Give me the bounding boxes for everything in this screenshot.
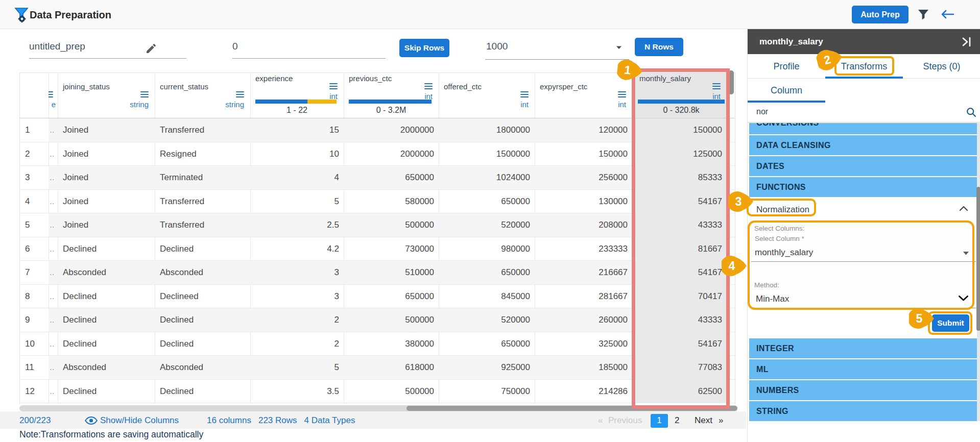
table-cell[interactable]: 3: [20, 166, 49, 190]
table-cell[interactable]: 325000: [535, 332, 632, 356]
table-cell[interactable]: 1024000: [439, 166, 535, 190]
table-cell[interactable]: 120000: [535, 118, 632, 142]
auto-prep-button[interactable]: Auto Prep: [852, 6, 909, 23]
table-cell[interactable]: 1500000: [439, 142, 535, 166]
column-header-offered_ctc[interactable]: offered_ctcint: [439, 73, 535, 118]
table-cell[interactable]: 11: [20, 356, 49, 380]
table-cell[interactable]: Declined: [58, 237, 155, 261]
table-cell[interactable]: 3: [250, 285, 344, 309]
table-horizontal-scrollbar-track[interactable]: [19, 405, 737, 411]
table-cell[interactable]: Declined: [155, 237, 250, 261]
table-cell[interactable]: Absconded: [155, 261, 250, 285]
eye-icon[interactable]: [85, 416, 98, 425]
table-cell[interactable]: 3: [250, 261, 344, 285]
skip-rows-input[interactable]: [232, 41, 386, 59]
pagination-previous[interactable]: Previous: [608, 415, 642, 426]
collapse-chevron-icon[interactable]: [960, 206, 968, 211]
table-cell[interactable]: 5: [250, 190, 344, 214]
table-row[interactable]: 9..DeclinedDeclined250000052000026000043…: [20, 308, 735, 332]
transform-category-conversions[interactable]: CONVERSIONS: [749, 123, 977, 134]
table-cell[interactable]: 3.5: [250, 380, 344, 404]
transform-item-normalization[interactable]: Normalization: [748, 198, 980, 219]
table-cell[interactable]: 730000: [344, 237, 439, 261]
table-cell[interactable]: 2: [20, 142, 49, 166]
table-cell[interactable]: 500000: [344, 380, 439, 404]
table-cell[interactable]: 6: [20, 237, 49, 261]
table-cell[interactable]: 650000: [439, 190, 535, 214]
table-row[interactable]: 2..JoinedResigned10200000015000001500001…: [20, 142, 735, 166]
table-cell[interactable]: 2.5: [250, 213, 344, 237]
table-cell[interactable]: 9: [20, 308, 49, 332]
table-cell[interactable]: 2: [250, 332, 344, 356]
column-header-experience[interactable]: experienceint1 - 22: [250, 73, 344, 118]
table-cell[interactable]: Declined: [58, 380, 155, 404]
column-header-expyrsper_ctc[interactable]: expyrsper_ctcint: [535, 73, 632, 118]
table-row[interactable]: 1..JoinedTransferred15200000018000001200…: [20, 118, 735, 142]
table-cell[interactable]: Transferred: [155, 190, 250, 214]
table-cell[interactable]: 15: [250, 118, 344, 142]
table-cell[interactable]: 520000: [439, 308, 535, 332]
table-cell[interactable]: Absconded: [155, 356, 250, 380]
tab-profile[interactable]: Profile: [748, 54, 825, 79]
table-cell[interactable]: 980000: [439, 237, 535, 261]
table-row[interactable]: 11..AbscondedAbsconded561800092500018500…: [20, 356, 735, 380]
table-cell[interactable]: 2000000: [344, 118, 439, 142]
table-cell[interactable]: 845000: [439, 285, 535, 309]
skip-rows-button[interactable]: Skip Rows: [399, 39, 449, 57]
table-cell[interactable]: 520000: [439, 213, 535, 237]
transform-category-integer[interactable]: INTEGER: [749, 338, 977, 358]
table-cell[interactable]: Joined: [58, 190, 155, 214]
table-cell[interactable]: 1: [20, 118, 49, 142]
table-cell[interactable]: 618000: [344, 356, 439, 380]
table-cell[interactable]: Joined: [58, 166, 155, 190]
column-menu-icon[interactable]: [140, 91, 149, 99]
table-cell[interactable]: Resigned: [155, 142, 250, 166]
table-cell[interactable]: ..: [49, 356, 58, 380]
table-cell[interactable]: ..: [49, 190, 58, 214]
table-cell[interactable]: ..: [49, 380, 58, 404]
table-cell[interactable]: Declined: [155, 380, 250, 404]
table-cell[interactable]: Joined: [58, 213, 155, 237]
table-cell[interactable]: 650000: [344, 166, 439, 190]
transform-category-ml[interactable]: ML: [749, 359, 977, 379]
column-menu-icon[interactable]: [520, 91, 529, 99]
table-cell[interactable]: 208000: [535, 213, 632, 237]
table-cell[interactable]: ..: [49, 261, 58, 285]
transform-category-numbers[interactable]: NUMBERS: [749, 380, 977, 400]
table-cell[interactable]: ..: [49, 166, 58, 190]
column-header-current_status[interactable]: current_statusstring: [155, 73, 250, 118]
table-cell[interactable]: Declined: [58, 285, 155, 309]
table-cell[interactable]: 12: [20, 380, 49, 404]
pagination-page-1[interactable]: 1: [651, 414, 668, 428]
table-cell[interactable]: ..: [49, 237, 58, 261]
table-cell[interactable]: 233333: [535, 237, 632, 261]
table-cell[interactable]: ..: [49, 118, 58, 142]
column-menu-icon[interactable]: [49, 91, 53, 99]
table-cell[interactable]: ..: [49, 142, 58, 166]
table-cell[interactable]: 185000: [535, 356, 632, 380]
filter-icon[interactable]: [917, 9, 929, 20]
table-row[interactable]: 4..JoinedTransferred55800006500001300005…: [20, 190, 735, 214]
table-row[interactable]: 3..JoinedTerminated465000010240002560008…: [20, 166, 735, 190]
column-header-joining_status[interactable]: joining_statusstring: [58, 73, 155, 118]
table-cell[interactable]: 10: [20, 332, 49, 356]
table-cell[interactable]: Terminated: [155, 166, 250, 190]
table-cell[interactable]: 4.2: [250, 237, 344, 261]
table-cell[interactable]: 10: [250, 142, 344, 166]
table-cell[interactable]: 281667: [535, 285, 632, 309]
show-hide-columns-link[interactable]: Show/Hide Columns: [100, 415, 179, 426]
column-menu-icon[interactable]: [424, 83, 433, 91]
tab-transforms[interactable]: Transforms: [825, 54, 903, 79]
prep-name-input[interactable]: [29, 41, 186, 59]
table-cell[interactable]: ..: [49, 332, 58, 356]
table-cell[interactable]: 2: [250, 308, 344, 332]
tab-steps-0[interactable]: Steps (0): [903, 54, 980, 79]
table-cell[interactable]: 925000: [439, 356, 535, 380]
table-cell[interactable]: 650000: [439, 332, 535, 356]
submit-button[interactable]: Submit: [932, 314, 969, 332]
transform-search[interactable]: nor: [748, 103, 980, 122]
n-rows-button[interactable]: N Rows: [635, 38, 683, 56]
column-header-rownum[interactable]: [20, 73, 49, 118]
column-menu-icon[interactable]: [329, 83, 338, 91]
table-row[interactable]: 7..AbscondedAbsconded3510000650000216667…: [20, 261, 735, 285]
